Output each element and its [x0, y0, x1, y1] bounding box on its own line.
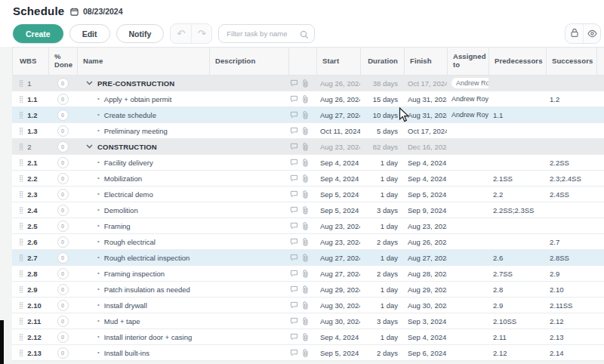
percent-done-value[interactable]: 0 [57, 94, 69, 105]
table-row[interactable]: ⣿2.50•FramingAug 23, 20241 dayAug 23, 20… [12, 218, 604, 234]
column-header-wbs[interactable]: WBS [13, 48, 49, 75]
attachment-icon[interactable] [302, 111, 309, 119]
undo-icon[interactable]: ↶ [171, 24, 191, 43]
comments-icon[interactable] [290, 285, 298, 293]
percent-done-value[interactable]: 0 [57, 189, 69, 200]
percent-done-value[interactable]: 0 [57, 332, 69, 343]
comments-icon[interactable] [290, 317, 298, 325]
percent-done-value[interactable]: 0 [57, 300, 69, 311]
visibility-button[interactable] [583, 24, 600, 43]
percent-done-value[interactable]: 0 [57, 236, 69, 248]
percent-done-value[interactable]: 0 [57, 268, 69, 279]
table-row[interactable]: ⣿2.80•Framing inspectionAug 27, 20242 da… [12, 266, 604, 282]
table-row[interactable]: ⣿1.20•Create scheduleAug 27, 202410 days… [12, 107, 604, 123]
attachment-icon[interactable] [302, 206, 309, 214]
drag-handle-icon[interactable]: ⣿ [19, 302, 23, 309]
drag-handle-icon[interactable]: ⣿ [19, 239, 23, 245]
attachment-icon[interactable] [302, 301, 309, 310]
table-row[interactable]: ⣿10PRE-CONSTRUCTIONAug 26, 202438 daysOc… [12, 76, 604, 91]
drag-handle-icon[interactable]: ⣿ [19, 143, 23, 150]
drag-handle-icon[interactable]: ⣿ [19, 270, 23, 277]
attachment-icon[interactable] [302, 79, 309, 88]
drag-handle-icon[interactable]: ⣿ [19, 191, 23, 198]
drag-handle-icon[interactable]: ⣿ [19, 286, 23, 293]
create-button[interactable]: Create [13, 24, 63, 43]
table-row[interactable]: ⣿2.120•Install interior door + casingSep… [12, 329, 604, 345]
notify-button[interactable]: Notify [116, 24, 165, 43]
table-row[interactable]: ⣿2.110•Mud + tapeAug 30, 20243 daysSep 3… [12, 313, 604, 329]
attachment-icon[interactable] [302, 143, 309, 151]
comments-icon[interactable] [290, 127, 298, 134]
column-header-pred[interactable]: Predecessors [489, 48, 547, 75]
attachment-icon[interactable] [302, 317, 309, 325]
column-header-succ[interactable]: Successors [547, 48, 597, 75]
drag-handle-icon[interactable]: ⣿ [19, 96, 23, 103]
attachment-icon[interactable] [302, 127, 309, 135]
comments-icon[interactable] [290, 301, 298, 309]
percent-done-value[interactable]: 0 [57, 221, 69, 232]
attachment-icon[interactable] [302, 349, 309, 357]
comments-icon[interactable] [290, 349, 298, 356]
table-row[interactable]: ⣿2.60•Rough electricalAug 23, 20242 days… [12, 234, 604, 250]
comments-icon[interactable] [290, 222, 298, 230]
table-row[interactable]: ⣿2.40•DemolitionSep 5, 20243 daysSep 9, … [12, 202, 604, 218]
column-header-finish[interactable]: Finish [405, 48, 448, 75]
percent-done-value[interactable]: 0 [57, 78, 69, 89]
column-header-desc[interactable]: Description [210, 48, 289, 75]
attachment-icon[interactable] [302, 285, 309, 294]
column-header-name[interactable]: Name [78, 48, 210, 75]
table-row[interactable]: ⣿2.90•Patch insulation as neededAug 29, … [12, 282, 604, 298]
percent-done-value[interactable]: 0 [57, 173, 69, 184]
redo-icon[interactable]: ↷ [191, 24, 211, 43]
comments-icon[interactable] [290, 254, 298, 261]
drag-handle-icon[interactable]: ⣿ [19, 334, 23, 341]
attachment-icon[interactable] [302, 159, 309, 167]
percent-done-value[interactable]: 0 [57, 284, 69, 295]
comments-icon[interactable] [290, 95, 298, 103]
column-header-start[interactable]: Start [317, 48, 361, 75]
lock-button[interactable] [565, 24, 583, 43]
table-row[interactable]: ⣿2.10•Facility deliverySep 4, 20241 dayS… [12, 155, 604, 171]
table-row[interactable]: ⣿1.10•Apply + obtain permitAug 26, 20241… [12, 91, 604, 107]
attachment-icon[interactable] [302, 254, 309, 262]
drag-handle-icon[interactable]: ⣿ [19, 350, 23, 356]
comments-icon[interactable] [290, 143, 298, 150]
percent-done-value[interactable]: 0 [57, 316, 69, 327]
attachment-icon[interactable] [302, 333, 309, 341]
schedule-date[interactable]: 08/23/2024 [70, 7, 123, 16]
comments-icon[interactable] [290, 238, 298, 245]
table-row[interactable]: ⣿20CONSTRUCTIONAug 23, 202482 daysDec 16… [12, 139, 604, 155]
column-header-assigned[interactable]: Assigned to [448, 48, 489, 75]
table-row[interactable]: ⣿1.30•Preliminary meetingOct 11, 20245 d… [12, 123, 604, 139]
drag-handle-icon[interactable]: ⣿ [19, 318, 23, 325]
drag-handle-icon[interactable]: ⣿ [19, 80, 23, 87]
column-header-done[interactable]: % Done [49, 48, 78, 75]
chevron-down-icon[interactable] [86, 81, 93, 85]
drag-handle-icon[interactable]: ⣿ [19, 112, 23, 119]
percent-done-value[interactable]: 0 [57, 125, 69, 137]
comments-icon[interactable] [290, 159, 298, 166]
drag-handle-icon[interactable]: ⣿ [19, 159, 23, 166]
table-row[interactable]: ⣿2.20•MobilizationSep 4, 20241 daySep 4,… [12, 171, 604, 187]
drag-handle-icon[interactable]: ⣿ [19, 128, 23, 134]
attachment-icon[interactable] [302, 222, 309, 230]
comments-icon[interactable] [290, 333, 298, 341]
table-row[interactable]: ⣿2.70•Rough electrical inspectionAug 27,… [12, 250, 604, 266]
table-row[interactable]: ⣿2.30•Electrical demoSep 5, 20241 daySep… [12, 187, 604, 202]
percent-done-value[interactable]: 0 [57, 141, 69, 153]
percent-done-value[interactable]: 0 [57, 110, 69, 121]
drag-handle-icon[interactable]: ⣿ [19, 175, 23, 182]
comments-icon[interactable] [290, 206, 298, 214]
percent-done-value[interactable]: 0 [57, 347, 69, 359]
drag-handle-icon[interactable]: ⣿ [19, 207, 23, 214]
attachment-icon[interactable] [302, 238, 309, 246]
comments-icon[interactable] [290, 79, 298, 87]
comments-icon[interactable] [290, 111, 298, 119]
drag-handle-icon[interactable]: ⣿ [19, 254, 23, 261]
attachment-icon[interactable] [302, 190, 309, 199]
drag-handle-icon[interactable]: ⣿ [19, 223, 23, 230]
percent-done-value[interactable]: 0 [57, 205, 69, 216]
table-row[interactable]: ⣿2.100•Install drywallAug 30, 20241 dayA… [12, 298, 604, 313]
percent-done-value[interactable]: 0 [57, 157, 69, 168]
comments-icon[interactable] [290, 270, 298, 277]
